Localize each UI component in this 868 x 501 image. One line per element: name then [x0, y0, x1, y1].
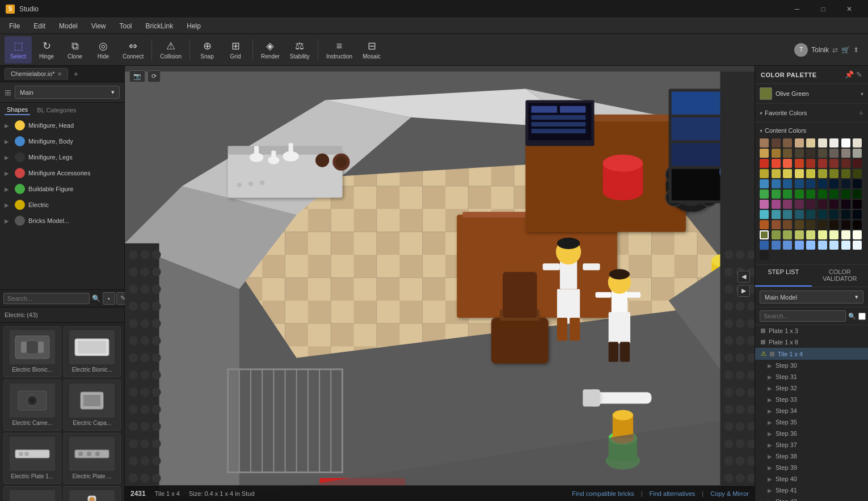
- color-cell[interactable]: [829, 241, 838, 250]
- color-cell[interactable]: [853, 241, 862, 250]
- step-item[interactable]: ▶Step 35: [755, 416, 868, 428]
- step-view-check-input[interactable]: [858, 313, 866, 320]
- tool-hinge[interactable]: ↻ Hinge: [33, 36, 60, 64]
- color-cell[interactable]: [818, 159, 827, 168]
- palette-pin-icon[interactable]: 📌: [845, 70, 854, 79]
- color-cell[interactable]: [841, 220, 850, 229]
- color-cell[interactable]: [853, 138, 862, 148]
- color-cell[interactable]: [818, 210, 827, 219]
- color-cell[interactable]: [760, 200, 769, 209]
- color-cell[interactable]: [772, 241, 781, 250]
- color-cell[interactable]: [853, 200, 862, 209]
- shape-item-minifig-head[interactable]: ▶ Minifigure, Head: [0, 117, 124, 133]
- step-item[interactable]: ▶Step 37: [755, 439, 868, 451]
- sync-icon[interactable]: ⇄: [832, 46, 838, 54]
- color-cell[interactable]: [806, 230, 815, 239]
- color-cell[interactable]: [772, 179, 781, 188]
- step-item[interactable]: ▶Step 42: [755, 496, 868, 501]
- color-cell[interactable]: [829, 230, 838, 239]
- search-input[interactable]: [3, 293, 90, 304]
- step-item[interactable]: ▶Step 41: [755, 485, 868, 496]
- find-alternatives-link[interactable]: Find alternatives: [650, 490, 696, 497]
- viewport[interactable]: 📷 ⟳: [125, 66, 755, 501]
- menu-edit[interactable]: Edit: [27, 20, 52, 32]
- tool-select[interactable]: ⬚ Select: [5, 36, 32, 64]
- color-cell[interactable]: [760, 220, 769, 229]
- part-card-ep4[interactable]: Electric Pole...: [64, 486, 121, 502]
- color-cell[interactable]: [806, 169, 815, 178]
- color-cell[interactable]: [772, 149, 781, 158]
- color-cell[interactable]: [772, 138, 781, 148]
- minimize-button[interactable]: ─: [784, 0, 810, 18]
- step-item[interactable]: ▶Step 36: [755, 428, 868, 439]
- content-colors-header[interactable]: ▾ Content Colors: [760, 125, 863, 136]
- color-cell[interactable]: [818, 138, 827, 148]
- step-item[interactable]: ▶Step 33: [755, 394, 868, 405]
- color-cell[interactable]: [829, 210, 838, 219]
- color-cell[interactable]: [783, 241, 792, 250]
- step-item[interactable]: ▶Step 40: [755, 473, 868, 485]
- tool-instruction[interactable]: ≡ Instruction: [322, 36, 357, 64]
- color-cell[interactable]: [853, 149, 862, 158]
- color-cell[interactable]: [760, 190, 769, 199]
- nav-up[interactable]: ◀: [738, 271, 750, 283]
- tab-add-button[interactable]: +: [70, 68, 82, 79]
- list-view-button[interactable]: ▪: [103, 292, 115, 305]
- color-cell[interactable]: [806, 220, 815, 229]
- tab-close-icon[interactable]: ✕: [57, 71, 62, 77]
- color-cell[interactable]: [818, 179, 827, 188]
- step-list-tab[interactable]: STEP LIST: [755, 265, 812, 287]
- color-cell[interactable]: [818, 200, 827, 209]
- shape-item-brick-model[interactable]: ▶ Bricks Model...: [0, 213, 124, 229]
- color-cell[interactable]: [772, 210, 781, 219]
- menu-tool[interactable]: Tool: [113, 20, 139, 32]
- add-favorite-button[interactable]: +: [859, 108, 863, 117]
- color-cell[interactable]: [829, 220, 838, 229]
- color-cell[interactable]: [795, 220, 804, 229]
- color-cell[interactable]: [795, 241, 804, 250]
- color-cell[interactable]: [829, 149, 838, 158]
- step-item[interactable]: Plate 1 x 8: [755, 336, 868, 348]
- close-button[interactable]: ✕: [836, 0, 862, 18]
- color-cell[interactable]: [783, 190, 792, 199]
- menu-bricklink[interactable]: BrickLink: [139, 20, 180, 32]
- color-cell[interactable]: [772, 200, 781, 209]
- color-cell[interactable]: [818, 230, 827, 239]
- color-cell[interactable]: [841, 169, 850, 178]
- color-cell[interactable]: [783, 169, 792, 178]
- color-cell[interactable]: [760, 169, 769, 178]
- color-cell[interactable]: [841, 230, 850, 239]
- step-search-input[interactable]: [760, 310, 846, 322]
- menu-help[interactable]: Help: [180, 20, 208, 32]
- cart-icon[interactable]: 🛒: [841, 46, 850, 54]
- color-cell[interactable]: [760, 149, 769, 158]
- color-selector[interactable]: Olive Green ▾: [755, 84, 868, 104]
- color-cell[interactable]: [760, 179, 769, 188]
- tool-collision[interactable]: ⚠ Collision: [155, 36, 186, 64]
- part-card-ec1[interactable]: Electric Came...: [3, 380, 61, 431]
- color-cell[interactable]: [783, 159, 792, 168]
- color-cell[interactable]: [853, 179, 862, 188]
- color-cell[interactable]: [841, 241, 850, 250]
- color-cell[interactable]: [783, 149, 792, 158]
- menu-file[interactable]: File: [2, 20, 27, 32]
- step-item[interactable]: ▶Step 31: [755, 371, 868, 382]
- color-cell[interactable]: [772, 190, 781, 199]
- color-cell[interactable]: [806, 241, 815, 250]
- shape-item-electric[interactable]: ▶ Electric: [0, 197, 124, 213]
- camera-button[interactable]: 📷: [129, 70, 145, 82]
- color-cell[interactable]: [853, 190, 862, 199]
- step-view-checkbox[interactable]: Step view: [858, 310, 868, 322]
- menu-view[interactable]: View: [85, 20, 113, 32]
- color-cell[interactable]: [795, 179, 804, 188]
- color-cell[interactable]: [818, 190, 827, 199]
- color-cell[interactable]: [806, 210, 815, 219]
- color-cell[interactable]: [783, 138, 792, 148]
- color-cell[interactable]: [795, 200, 804, 209]
- step-item[interactable]: ⚠Tile 1 x 4: [755, 348, 868, 360]
- color-cell[interactable]: [806, 179, 815, 188]
- color-cell[interactable]: [841, 190, 850, 199]
- step-item[interactable]: ▶Step 32: [755, 382, 868, 394]
- step-model-dropdown[interactable]: Main Model ▾: [760, 291, 863, 304]
- color-cell[interactable]: [806, 138, 815, 148]
